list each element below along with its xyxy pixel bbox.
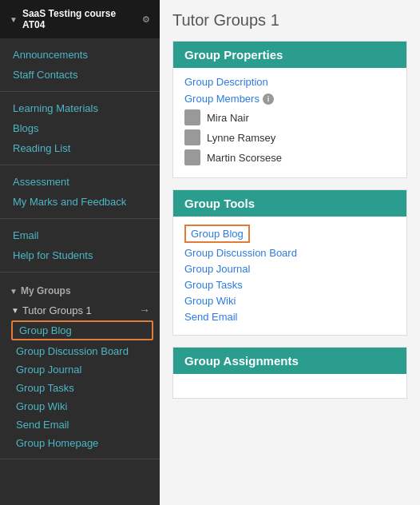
sidebar-item-my-marks[interactable]: My Marks and Feedback xyxy=(0,192,160,212)
group-tools-journal-link[interactable]: Group Journal xyxy=(184,263,395,275)
member-row-lynne: Lynne Ramsey xyxy=(184,129,395,145)
group-properties-card: Group Properties Group Description Group… xyxy=(172,41,407,178)
group-properties-body: Group Description Group Members i Mira N… xyxy=(173,68,406,177)
gear-icon: ⚙ xyxy=(142,14,150,25)
avatar-martin xyxy=(184,149,200,165)
sidebar-sub-item-group-blog[interactable]: Group Blog xyxy=(11,320,153,340)
tutor-groups-arrow-icon: ▼ xyxy=(11,306,19,315)
group-tools-email-link[interactable]: Send Email xyxy=(184,311,395,323)
sidebar-sub-item-group-journal[interactable]: Group Journal xyxy=(0,360,160,379)
tutor-groups-nav-icon: → xyxy=(139,304,150,316)
sidebar-section-my-groups: ▼ My Groups ▼ Tutor Groups 1 → Group Blo… xyxy=(0,272,160,459)
course-arrow-icon: ▼ xyxy=(10,15,18,24)
sidebar-sub-item-group-discussion[interactable]: Group Discussion Board xyxy=(0,342,160,360)
sidebar-section-4: Email Help for Students xyxy=(0,219,160,272)
sidebar-section-3: Assessment My Marks and Feedback xyxy=(0,165,160,219)
group-members-label: Group Members i xyxy=(184,93,395,105)
group-assignments-body xyxy=(173,374,406,398)
group-tools-blog-link[interactable]: Group Blog xyxy=(184,225,250,243)
course-header[interactable]: ▼ SaaS Testing course AT04 ⚙ xyxy=(0,0,160,38)
group-assignments-card: Group Assignments xyxy=(172,347,407,399)
group-tools-card: Group Tools Group Blog Group Discussion … xyxy=(172,189,407,336)
sidebar-sub-item-group-wiki[interactable]: Group Wiki xyxy=(0,397,160,416)
member-row-mira: Mira Nair xyxy=(184,109,395,125)
group-tools-header: Group Tools xyxy=(173,190,406,217)
group-tools-discussion-link[interactable]: Group Discussion Board xyxy=(184,247,395,259)
sidebar-item-reading-list[interactable]: Reading List xyxy=(0,138,160,158)
sidebar-item-assessment[interactable]: Assessment xyxy=(0,172,160,192)
group-tools-tasks-link[interactable]: Group Tasks xyxy=(184,279,395,291)
page-title: Tutor Groups 1 xyxy=(172,11,407,30)
avatar-lynne xyxy=(184,129,200,145)
group-assignments-header: Group Assignments xyxy=(173,348,406,374)
sidebar-item-announcements[interactable]: Announcements xyxy=(0,45,160,65)
tutor-groups-header[interactable]: ▼ Tutor Groups 1 → xyxy=(0,300,160,319)
sidebar: ▼ SaaS Testing course AT04 ⚙ Announcemen… xyxy=(0,0,160,505)
my-groups-header[interactable]: ▼ My Groups xyxy=(0,279,160,300)
sidebar-sub-item-group-homepage[interactable]: Group Homepage xyxy=(0,434,160,452)
my-groups-arrow-icon: ▼ xyxy=(10,287,18,296)
course-title: SaaS Testing course AT04 xyxy=(22,8,137,30)
sidebar-item-blogs[interactable]: Blogs xyxy=(0,118,160,138)
group-tools-wiki-link[interactable]: Group Wiki xyxy=(184,295,395,307)
group-description-link[interactable]: Group Description xyxy=(184,76,395,88)
sidebar-sub-item-send-email[interactable]: Send Email xyxy=(0,416,160,434)
group-tools-body: Group Blog Group Discussion Board Group … xyxy=(173,217,406,335)
sidebar-item-learning-materials[interactable]: Learning Materials xyxy=(0,98,160,118)
group-properties-header: Group Properties xyxy=(173,42,406,68)
sidebar-section-2: Learning Materials Blogs Reading List xyxy=(0,92,160,165)
info-icon: i xyxy=(263,93,274,105)
sidebar-item-email[interactable]: Email xyxy=(0,225,160,245)
main-content: Tutor Groups 1 Group Properties Group De… xyxy=(160,0,420,505)
sidebar-item-help-students[interactable]: Help for Students xyxy=(0,245,160,265)
avatar-mira xyxy=(184,109,200,125)
member-row-martin: Martin Scorsese xyxy=(184,149,395,165)
sidebar-section-1: Announcements Staff Contacts xyxy=(0,38,160,92)
sidebar-item-staff-contacts[interactable]: Staff Contacts xyxy=(0,65,160,85)
sidebar-sub-item-group-tasks[interactable]: Group Tasks xyxy=(0,379,160,397)
